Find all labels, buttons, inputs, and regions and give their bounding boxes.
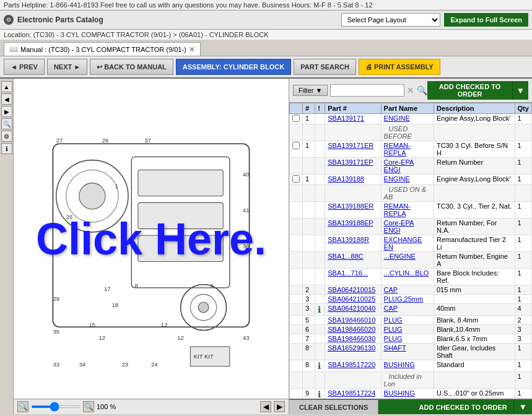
part-link[interactable]: SBA165296130	[328, 344, 375, 352]
part-desc: Idler Gear, Includes Shaft	[434, 344, 515, 360]
main-tab[interactable]: 📖 Manual : (TC30) - 3 CYL COMPACT TRACTO…	[4, 42, 201, 56]
add-order-dropdown-arrow[interactable]: ▼	[512, 81, 528, 100]
side-icon-4[interactable]: 🔍	[1, 118, 12, 129]
part-link[interactable]: SBA139171ER	[328, 142, 373, 149]
info-icon[interactable]: ℹ	[318, 389, 321, 399]
filter-button[interactable]: Filter ▼	[293, 85, 328, 96]
table-row: 1SBA139188ENGINEEngine Assy,Long Block'1	[290, 175, 532, 185]
svg-text:9: 9	[210, 282, 213, 289]
part-qty: 1	[515, 269, 532, 285]
part-qty: 1	[515, 202, 532, 219]
part-link[interactable]: SBA198466020	[328, 326, 375, 333]
part-link[interactable]: SBA139188	[328, 175, 364, 183]
part-link[interactable]: SBA139171	[328, 115, 364, 122]
info-icon[interactable]: ℹ	[318, 305, 321, 314]
filter-clear-icon[interactable]: ✕	[407, 85, 414, 95]
row-number	[303, 372, 315, 389]
part-name: ENGINE	[381, 175, 434, 185]
row-number	[303, 202, 315, 219]
next-button[interactable]: NEXT ►	[47, 59, 87, 75]
add-checked-button[interactable]: ADD CHECKED TO ORDER	[427, 81, 512, 100]
table-row: 8SBA165296130SHAFTIdler Gear, Includes S…	[290, 344, 532, 360]
prev-button[interactable]: ◄ PREV	[4, 59, 45, 75]
page-layout-select[interactable]: Select Page Layout	[341, 13, 440, 27]
part-link[interactable]: SBA198517220	[328, 361, 375, 368]
table-row: 3ℹSBA064210040CAP40mm4	[290, 304, 532, 316]
part-link[interactable]: SBA1...716...	[328, 269, 368, 277]
zoom-fit-button[interactable]: ▶	[274, 401, 285, 412]
side-icon-5[interactable]: ⚙	[1, 131, 12, 142]
zoom-percent: 100 %	[97, 403, 116, 410]
zoom-slider[interactable]	[31, 405, 81, 408]
part-desc: Return Number, Engine A	[434, 252, 515, 269]
side-icon-1[interactable]: ▲	[1, 81, 12, 92]
part-desc: U.S., .010" or 0.25mm	[434, 389, 515, 399]
part-desc: Blank,6.5 x 7mm	[434, 334, 515, 344]
add-order-bottom-dropdown[interactable]: ▼	[513, 400, 532, 414]
zoom-out-button[interactable]: 🔍	[17, 401, 28, 412]
header-left: ⚙ Electronic Parts Catalog	[4, 15, 103, 25]
diagram-area[interactable]: KIT KIT 27 26 37 25 1 40 41 36 29 35 33 …	[14, 79, 289, 399]
part-qty: 1	[515, 372, 532, 389]
side-icon-3[interactable]: ▶	[1, 106, 12, 117]
svg-rect-5	[138, 170, 223, 196]
row-checkbox[interactable]	[292, 142, 300, 149]
part-desc: Bare Block Includes: Ref.	[434, 269, 515, 285]
table-row: SBA139171EPCore-EPA ENGIReturn Number1	[290, 158, 532, 175]
part-link[interactable]: SBA198466030	[328, 335, 375, 342]
svg-text:KIT KIT: KIT KIT	[194, 353, 214, 360]
part-desc: Return Number, For N.A.	[434, 219, 515, 235]
part-qty: 1	[515, 344, 532, 360]
part-link[interactable]: SBA064210015	[328, 286, 375, 293]
part-desc: Blank, 8.4mm	[434, 316, 515, 325]
helpline-text: Parts Helpline: 1-866-441-8193 Feel free…	[4, 1, 373, 9]
part-link[interactable]: SBA064210025	[328, 295, 375, 303]
row-number	[303, 235, 315, 252]
row-checkbox[interactable]	[292, 175, 300, 183]
tab-close-icon[interactable]: ✕	[189, 45, 195, 54]
part-name: ENGINE	[381, 114, 434, 124]
part-name: REMAN-REPLA	[381, 141, 434, 158]
part-link[interactable]: SBA198517224	[328, 389, 375, 397]
part-link[interactable]: SBA139188ER	[328, 202, 373, 210]
part-qty: 1	[515, 252, 532, 269]
zoom-reset-button[interactable]: ◀	[260, 401, 271, 412]
print-button[interactable]: 🖨 PRINT ASSEMBLY	[359, 59, 440, 75]
part-link[interactable]: SBA139188EP	[328, 219, 373, 227]
part-desc: 40mm	[434, 304, 515, 316]
svg-point-10	[198, 302, 209, 313]
row-number: 8	[303, 360, 315, 372]
header-right: Select Page Layout Expand to Full Screen	[341, 13, 528, 27]
part-link[interactable]: SBA064210040	[328, 305, 375, 312]
part-link[interactable]: SBA139171EP	[328, 158, 373, 166]
side-icon-2[interactable]: ◀	[1, 93, 12, 105]
parts-table-container[interactable]: # ! Part # Part Name Description Qty 1SB…	[289, 103, 532, 399]
part-search-button[interactable]: PART SEARCH	[294, 59, 356, 75]
expand-button[interactable]: Expand to Full Screen	[444, 13, 528, 27]
back-to-manual-button[interactable]: ↩ BACK TO MANUAL	[90, 59, 173, 75]
filter-search-icon[interactable]: 🔍	[417, 85, 427, 95]
parts-panel: Filter ▼ ✕ 🔍 ADD CHECKED TO ORDER ▼ #	[289, 79, 532, 414]
part-name: USED BEFORE	[381, 124, 434, 141]
part-link[interactable]: SBA1...88C	[328, 253, 363, 260]
add-order-bottom-button[interactable]: ADD CHECKED TO ORDER	[378, 400, 513, 414]
info-icon[interactable]: ℹ	[318, 361, 321, 371]
clear-selections-button[interactable]: CLEAR SELECTIONS	[289, 400, 378, 414]
assembly-button[interactable]: ASSEMBLY: CYLINDER BLOCK	[176, 59, 291, 75]
table-row: 7SBA198466030PLUGBlank,6.5 x 7mm3	[290, 334, 532, 344]
part-link[interactable]: SBA198466010	[328, 316, 375, 324]
table-row: SBA1...88C...ENGINEReturn Number, Engine…	[290, 252, 532, 269]
svg-text:35: 35	[53, 328, 59, 335]
part-link[interactable]: SBA139188R	[328, 236, 369, 243]
svg-text:29: 29	[53, 295, 59, 302]
row-number: 9	[303, 389, 315, 399]
logo-icon: ⚙	[6, 17, 11, 23]
table-row: 8ℹSBA198517220BUSHINGStandard1	[290, 360, 532, 372]
side-icon-6[interactable]: ℹ	[1, 143, 12, 154]
filter-input[interactable]	[330, 84, 404, 97]
zoom-in-button[interactable]: 🔍	[83, 401, 94, 412]
row-checkbox[interactable]	[292, 115, 300, 122]
col-num: #	[303, 103, 315, 114]
click-here-overlay[interactable]: Click Here.	[36, 214, 266, 264]
diagram-panel: KIT KIT 27 26 37 25 1 40 41 36 29 35 33 …	[14, 79, 289, 414]
